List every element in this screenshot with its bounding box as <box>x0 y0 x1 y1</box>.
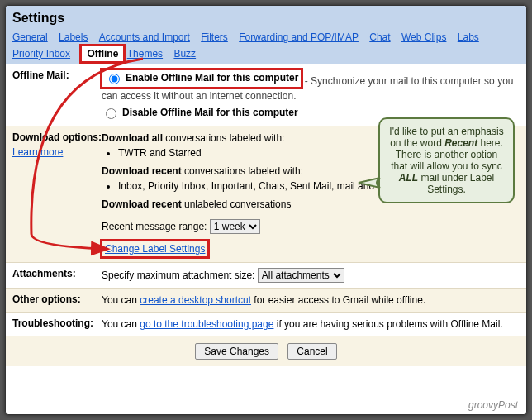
download-all-desc: conversations labeled with: <box>163 132 284 144</box>
download-recent-desc: conversations labeled with: <box>182 165 303 177</box>
trouble-after: if you are having serious problems with … <box>273 318 502 330</box>
save-button[interactable]: Save Changes <box>195 343 278 360</box>
download-recent-bold: Download recent <box>102 165 182 177</box>
range-label: Recent message range: <box>102 221 207 232</box>
tab-forwarding[interactable]: Forwarding and POP/IMAP <box>239 29 359 45</box>
callout-em-all: ALL <box>399 172 418 184</box>
tab-webclips[interactable]: Web Clips <box>401 29 446 45</box>
tab-filters[interactable]: Filters <box>201 29 228 45</box>
desktop-shortcut-link[interactable]: create a desktop shortcut <box>140 294 251 306</box>
page-title: Settings <box>12 11 520 26</box>
learn-more-link[interactable]: Learn more <box>12 146 102 158</box>
disable-offline-label: Disable Offline Mail for this computer <box>122 106 298 119</box>
tab-labs[interactable]: Labs <box>458 29 479 45</box>
row-troubleshooting: Troubleshooting: You can go to the troub… <box>6 313 526 336</box>
attachments-text: Specify maximum attachment size: <box>102 270 254 281</box>
label-other: Other options: <box>12 294 102 305</box>
tab-themes[interactable]: Themes <box>127 45 163 62</box>
change-label-settings-link[interactable]: Change Label Settings <box>105 243 205 255</box>
row-other-options: Other options: You can create a desktop … <box>6 289 526 313</box>
watermark: groovyPost <box>468 399 518 411</box>
troubleshooting-link[interactable]: go to the troubleshooting page <box>140 318 273 330</box>
tab-general[interactable]: General <box>12 29 48 45</box>
annotation-callout: I'd like to put an emphasis on the word … <box>378 117 515 203</box>
callout-em-recent: Recent <box>444 137 477 149</box>
tab-priority[interactable]: Priority Inbox <box>12 45 70 62</box>
attachment-size-select[interactable]: All attachments <box>258 268 344 283</box>
tab-chat[interactable]: Chat <box>369 29 390 45</box>
other-before: You can <box>102 294 140 306</box>
settings-tabs: General Labels Accounts and Import Filte… <box>12 29 520 64</box>
tab-offline[interactable]: Offline <box>81 45 124 62</box>
label-attachments: Attachments: <box>12 268 102 279</box>
tab-accounts[interactable]: Accounts and Import <box>99 29 190 45</box>
cancel-button[interactable]: Cancel <box>287 343 336 360</box>
callout-arrow-icon <box>355 173 382 191</box>
radio-enable-offline[interactable] <box>109 74 120 84</box>
download-all-bold: Download all <box>102 132 163 144</box>
footer: Save Changes Cancel <box>6 336 526 366</box>
range-select[interactable]: 1 week <box>210 219 260 234</box>
download-recent-unlabeled-desc: unlabeled conversations <box>182 198 292 210</box>
row-attachments: Attachments: Specify maximum attachment … <box>6 263 526 289</box>
download-recent-unlabeled: Download recent <box>102 198 182 210</box>
tab-labels[interactable]: Labels <box>59 29 88 45</box>
label-trouble: Troubleshooting: <box>12 317 102 329</box>
other-after: for easier access to Gmail while offline… <box>251 294 425 306</box>
radio-disable-offline[interactable] <box>106 108 116 119</box>
enable-offline-label: Enable Offline Mail for this computer <box>126 71 298 84</box>
callout-text-3: mail under Label Settings. <box>418 172 494 195</box>
tab-buzz[interactable]: Buzz <box>173 45 196 62</box>
label-offline: Offline Mail: <box>12 69 102 81</box>
trouble-before: You can <box>102 318 140 330</box>
label-download: Download options: <box>12 131 102 143</box>
